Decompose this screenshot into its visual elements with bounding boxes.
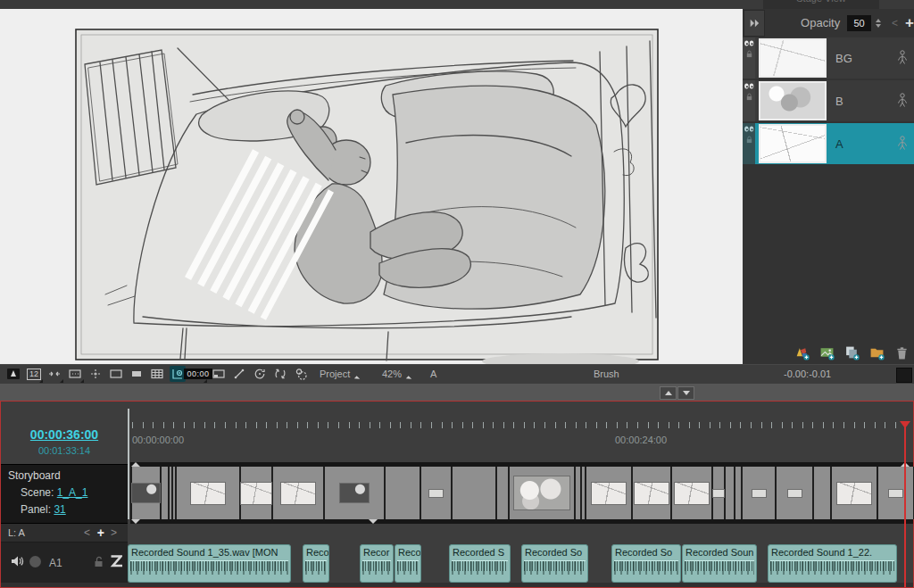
panel-thumbnail <box>241 483 271 504</box>
eyes-visibility-icon[interactable] <box>744 126 754 132</box>
lock-icon[interactable] <box>94 556 104 567</box>
safe-area-icon[interactable] <box>108 366 124 382</box>
layer-thumbnail[interactable] <box>759 81 827 120</box>
panel-cell[interactable] <box>273 467 325 519</box>
ruler-tick <box>173 422 174 428</box>
panel-cell[interactable] <box>814 467 832 519</box>
zoom-level-dropdown[interactable]: 42% <box>382 369 411 379</box>
layer-thumbnail[interactable] <box>759 38 827 78</box>
person-icon[interactable] <box>897 50 908 65</box>
add-layer-button[interactable]: + <box>97 526 104 540</box>
panel-cell[interactable] <box>386 467 421 519</box>
panel-cell[interactable] <box>325 467 386 519</box>
panel-splitter[interactable] <box>0 384 914 401</box>
panel-cell[interactable] <box>672 467 713 519</box>
drawing-canvas[interactable] <box>0 9 743 364</box>
panel-cell[interactable] <box>576 467 582 519</box>
panel-cell[interactable] <box>832 467 878 519</box>
expand-down-button[interactable] <box>677 386 694 400</box>
audio-clip[interactable]: Recor <box>360 544 394 583</box>
add-group-icon[interactable] <box>868 345 885 360</box>
opacity-spinner[interactable] <box>876 19 881 28</box>
audio-clip[interactable]: Recorded So <box>521 544 588 583</box>
scene-link[interactable]: 1_A_1 <box>57 486 88 499</box>
add-button[interactable]: + <box>905 17 914 29</box>
project-scope-dropdown[interactable]: Project <box>320 369 359 379</box>
eyes-visibility-icon[interactable] <box>744 40 754 46</box>
current-timecode-link[interactable]: 00:00:36:00 <box>1 427 128 442</box>
thumbnail-overlay-icon[interactable] <box>211 366 227 382</box>
fit-to-view-icon[interactable] <box>46 366 62 382</box>
audio-clip[interactable]: Reco <box>395 544 421 583</box>
camera-frame-icon[interactable] <box>129 366 145 382</box>
panel-link[interactable]: 31 <box>54 503 65 516</box>
field-guide-icon[interactable]: 12 <box>26 366 42 382</box>
panel-label: Panel: <box>21 503 51 516</box>
panel-cell[interactable] <box>162 467 170 519</box>
speaker-icon[interactable] <box>10 554 24 568</box>
ruler-tick <box>287 422 287 428</box>
panel-cell[interactable] <box>453 467 497 519</box>
delete-layer-icon[interactable] <box>893 345 910 360</box>
panel-cell[interactable] <box>743 467 777 519</box>
panel-cell[interactable] <box>586 467 633 519</box>
camera-mask-icon[interactable] <box>67 366 83 382</box>
status-right-box[interactable] <box>896 368 912 383</box>
panel-cell[interactable] <box>177 467 241 519</box>
playhead-line[interactable] <box>904 423 906 587</box>
layer-thumbnail[interactable] <box>759 124 827 163</box>
panel-cell[interactable] <box>241 467 273 519</box>
panel-cell[interactable] <box>497 467 510 519</box>
crosshair-overlay-icon[interactable] <box>87 366 104 382</box>
lock-icon[interactable] <box>745 50 753 58</box>
eyes-visibility-icon[interactable] <box>744 83 754 89</box>
audio-clip[interactable]: Recorded So <box>611 544 681 583</box>
audio-clip[interactable]: Reco <box>303 544 329 583</box>
layer-row-b[interactable]: B <box>743 80 914 121</box>
grid-overlay-icon[interactable] <box>149 366 165 382</box>
audio-clip[interactable]: Recorded Soun <box>682 544 757 583</box>
playhead-handle[interactable] <box>900 421 910 428</box>
duplicate-layer-icon[interactable] <box>843 345 860 360</box>
camera-person-icon[interactable] <box>293 366 309 382</box>
person-icon[interactable] <box>897 93 908 108</box>
panel-cell[interactable] <box>633 467 672 519</box>
panel-cell[interactable] <box>713 467 726 519</box>
lock-icon[interactable] <box>745 136 753 144</box>
panel-cell[interactable] <box>510 467 576 519</box>
expand-up-button[interactable] <box>660 386 677 400</box>
panel-cell[interactable] <box>726 467 735 519</box>
layer-row-a[interactable]: A <box>743 123 914 164</box>
lock-icon[interactable] <box>745 93 753 101</box>
audio-clip[interactable]: Recorded Sound 1_35.wav [MON <box>128 544 291 583</box>
overlay-visibility-icon[interactable] <box>170 366 186 382</box>
ruler-tick <box>462 422 463 428</box>
audio-clip[interactable]: Recorded Sound 1_22. <box>768 544 897 583</box>
prev-arrow[interactable]: < <box>892 17 898 29</box>
tab-stage-view[interactable]: Stage View <box>763 0 879 9</box>
audio-clip[interactable]: Recorded S <box>449 544 511 583</box>
person-icon[interactable] <box>897 136 908 151</box>
next-layer-button[interactable]: > <box>111 526 117 539</box>
opacity-value-input[interactable]: 50 <box>847 15 871 31</box>
tool-preview-icon[interactable] <box>5 366 21 382</box>
ruler-tick <box>266 422 267 428</box>
record-indicator[interactable] <box>29 556 41 567</box>
panel-thumbnail <box>752 490 766 497</box>
audio-track-header: A1 <box>1 542 128 583</box>
panel-cell[interactable] <box>421 467 453 519</box>
volume-envelope-icon[interactable] <box>110 554 122 568</box>
panel-cell[interactable] <box>130 467 162 519</box>
panel-cell[interactable] <box>735 467 743 519</box>
panel-cell[interactable] <box>777 467 814 519</box>
add-bitmap-layer-icon[interactable] <box>818 345 835 360</box>
add-vector-layer-icon[interactable] <box>794 345 810 360</box>
panel-cell[interactable] <box>878 467 914 519</box>
collapse-panel-button[interactable] <box>744 10 765 37</box>
onion-skin-marker-icon[interactable] <box>231 366 247 382</box>
reset-view-icon[interactable] <box>272 366 288 382</box>
prev-layer-button[interactable]: < <box>84 526 90 539</box>
layer-row-bg[interactable]: BG <box>743 37 914 79</box>
timecode-overlay-toggle[interactable]: 00:00 <box>190 366 206 382</box>
rotate-view-icon[interactable] <box>252 366 268 382</box>
